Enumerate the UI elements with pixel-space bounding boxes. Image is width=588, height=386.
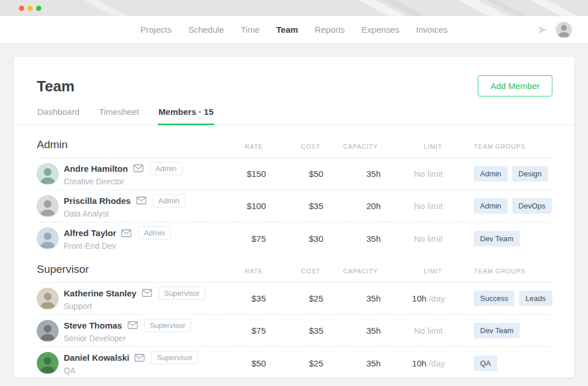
traffic-lights xyxy=(19,6,41,11)
cost-value: $50 xyxy=(266,169,323,179)
member-info: Katherine Stanley Supervisor Support xyxy=(64,287,206,311)
paper-plane-icon[interactable] xyxy=(536,24,549,36)
member-row[interactable]: Katherine Stanley Supervisor Support $35… xyxy=(37,283,556,315)
tab-dashboard[interactable]: Dashboard xyxy=(37,107,80,125)
team-groups: QA xyxy=(445,356,556,371)
rate-value: $100 xyxy=(225,201,266,211)
column-header-rate: RATE xyxy=(225,268,266,275)
tab-members-15[interactable]: Members · 15 xyxy=(158,107,214,125)
team-group-tag: DevOps xyxy=(512,198,552,214)
nav-item-schedule[interactable]: Schedule xyxy=(188,25,225,34)
role-badge: Supervisor xyxy=(144,319,191,332)
nav-item-time[interactable]: Time xyxy=(241,25,260,34)
page-title: Team xyxy=(37,77,75,95)
team-group-tag: Dev Team xyxy=(474,323,520,338)
cost-value: $25 xyxy=(266,358,323,368)
team-groups: SuccessLeads xyxy=(445,291,556,306)
nav-item-projects[interactable]: Projects xyxy=(140,25,171,34)
email-icon[interactable] xyxy=(134,354,145,362)
cost-value: $30 xyxy=(266,234,323,244)
team-groups: AdminDesign xyxy=(445,166,556,182)
rate-value: $75 xyxy=(225,234,266,244)
email-icon[interactable] xyxy=(121,229,131,237)
email-icon[interactable] xyxy=(127,321,138,329)
member-job-title: Front-End Dev xyxy=(64,241,171,250)
member-cell: Alfred Taylor Admin Front-End Dev xyxy=(37,226,225,250)
navbar-right xyxy=(536,16,572,44)
member-job-title: Support xyxy=(64,302,206,311)
rate-value: $150 xyxy=(225,169,266,179)
team-card: Team Add Member DashboardTimesheetMember… xyxy=(14,57,574,377)
member-avatar xyxy=(37,352,59,374)
member-row[interactable]: Steve Thomas Supervisor Senior Developer… xyxy=(37,315,556,347)
nav-item-reports[interactable]: Reports xyxy=(315,25,345,34)
member-cell: Andre Hamilton Admin Creative Director xyxy=(37,162,225,186)
limit-value: 10h/day xyxy=(381,294,445,303)
member-row[interactable]: Daniel Kowalski Supervisor QA $50 $25 35… xyxy=(37,347,556,377)
column-header-team-groups: TEAM GROUPS xyxy=(445,268,556,275)
section-title: Admin xyxy=(37,139,225,150)
cost-value: $35 xyxy=(266,326,323,335)
team-group-tag: Design xyxy=(512,166,548,182)
user-avatar[interactable] xyxy=(556,22,572,38)
role-badge: Admin xyxy=(153,194,185,207)
team-group-tag: Success xyxy=(474,291,514,306)
column-header-limit: LIMIT xyxy=(381,268,445,275)
capacity-value: 35h xyxy=(323,234,381,244)
app-navbar: ProjectsScheduleTimeTeamReportsExpensesI… xyxy=(0,16,588,44)
team-group-tag: Admin xyxy=(474,198,508,214)
member-cell: Katherine Stanley Supervisor Support xyxy=(37,287,225,311)
member-job-title: Data Analyst xyxy=(64,209,185,218)
team-group-tag: Dev Team xyxy=(474,231,520,246)
limit-value: 10h/day xyxy=(381,358,445,368)
team-group-tag: QA xyxy=(474,356,497,371)
limit-value: No limit xyxy=(381,169,445,179)
nav-item-team[interactable]: Team xyxy=(276,25,298,34)
team-groups: AdminDevOps xyxy=(445,198,556,214)
limit-value: No limit xyxy=(381,201,445,211)
member-cell: Steve Thomas Supervisor Senior Developer xyxy=(37,319,225,343)
member-avatar xyxy=(37,163,59,185)
member-info: Andre Hamilton Admin Creative Director xyxy=(64,162,183,186)
traffic-light-zoom[interactable] xyxy=(36,6,41,11)
section-rows: Katherine Stanley Supervisor Support $35… xyxy=(37,283,556,377)
traffic-light-close[interactable] xyxy=(19,6,24,11)
rate-value: $50 xyxy=(225,358,266,368)
column-header-cost: COST xyxy=(266,268,323,275)
members-table: Admin RATE COST CAPACITY LIMIT TEAM GROU… xyxy=(14,125,574,377)
member-row[interactable]: Andre Hamilton Admin Creative Director $… xyxy=(37,158,556,190)
member-avatar xyxy=(37,320,59,342)
cost-value: $25 xyxy=(266,294,323,303)
rate-value: $35 xyxy=(225,294,266,303)
member-job-title: Senior Developer xyxy=(64,334,191,343)
column-header-team-groups: TEAM GROUPS xyxy=(445,143,556,150)
email-icon[interactable] xyxy=(133,164,144,172)
tab-timesheet[interactable]: Timesheet xyxy=(98,107,139,125)
section-header-row: Supervisor RATE COST CAPACITY LIMIT TEAM… xyxy=(37,264,556,283)
table-section: Admin RATE COST CAPACITY LIMIT TEAM GROU… xyxy=(37,139,556,254)
add-member-button[interactable]: Add Member xyxy=(478,75,552,96)
team-group-tag: Leads xyxy=(519,291,552,306)
limit-value: No limit xyxy=(381,234,445,244)
nav-item-invoices[interactable]: Invoices xyxy=(416,25,447,34)
nav-item-expenses[interactable]: Expenses xyxy=(362,25,400,34)
team-groups: Dev Team xyxy=(445,231,556,246)
column-header-cost: COST xyxy=(266,143,323,150)
limit-value: No limit xyxy=(381,326,445,335)
email-icon[interactable] xyxy=(136,196,146,204)
member-row[interactable]: Priscilla Rhodes Admin Data Analyst $100… xyxy=(37,190,556,222)
capacity-value: 20h xyxy=(323,201,381,211)
capacity-value: 35h xyxy=(323,169,381,179)
role-badge: Admin xyxy=(150,162,183,175)
team-groups: Dev Team xyxy=(445,323,556,338)
member-avatar xyxy=(37,195,59,217)
member-info: Daniel Kowalski Supervisor QA xyxy=(64,351,198,375)
member-name: Daniel Kowalski xyxy=(64,353,129,362)
traffic-light-minimize[interactable] xyxy=(28,6,33,11)
rate-value: $75 xyxy=(225,326,266,335)
cost-value: $35 xyxy=(266,201,323,211)
column-header-capacity: CAPACITY xyxy=(323,143,381,150)
member-row[interactable]: Alfred Taylor Admin Front-End Dev $75 $3… xyxy=(37,222,556,254)
email-icon[interactable] xyxy=(142,289,152,297)
member-info: Alfred Taylor Admin Front-End Dev xyxy=(64,226,171,250)
